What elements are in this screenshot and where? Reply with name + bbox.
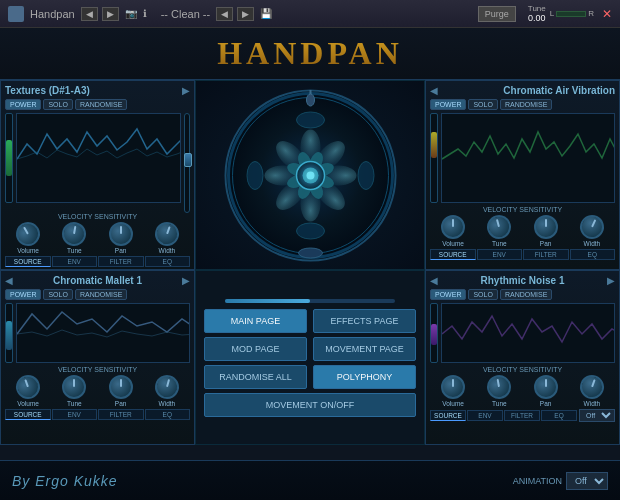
svg-point-29 bbox=[298, 248, 322, 258]
mallet-controls: POWER SOLO RANDOMISE bbox=[5, 289, 190, 300]
air-randomise-btn[interactable]: RANDOMISE bbox=[500, 99, 552, 110]
noise-arrow-right[interactable]: ▶ bbox=[607, 275, 615, 286]
brand-text: By Ergo Kukke bbox=[12, 473, 118, 489]
title-bar: Handpan ◀ ▶ 📷 ℹ -- Clean -- ◀ ▶ 💾 Purge … bbox=[0, 0, 620, 28]
textures-tab-filter[interactable]: FILTER bbox=[98, 256, 144, 267]
air-arrow-left[interactable]: ◀ bbox=[430, 85, 438, 96]
preset-next[interactable]: ▶ bbox=[237, 7, 254, 21]
module-mallet: ◀ Chromatic Mallet 1 ▶ POWER SOLO RANDOM… bbox=[0, 270, 195, 445]
noise-waveform bbox=[442, 304, 614, 362]
progress-bar bbox=[225, 299, 395, 303]
movement-on-off-btn[interactable]: MOVEMENT ON/OFF bbox=[204, 393, 416, 417]
textures-velocity-label: VELOCITY SENSITIVITY bbox=[5, 213, 190, 220]
mallet-tab-filter[interactable]: FILTER bbox=[98, 409, 144, 420]
polyphony-btn[interactable]: POLYPHONY bbox=[313, 365, 416, 389]
noise-off-select[interactable]: Off bbox=[579, 409, 615, 422]
mallet-power-btn[interactable]: POWER bbox=[5, 289, 41, 300]
svg-point-28 bbox=[358, 161, 374, 189]
textures-arrow[interactable]: ▶ bbox=[182, 85, 190, 96]
air-velocity-label: VELOCITY SENSITIVITY bbox=[430, 206, 615, 213]
mallet-waveform bbox=[17, 304, 189, 362]
mallet-tabs: SOURCE ENV FILTER EQ bbox=[5, 409, 190, 420]
textures-solo-btn[interactable]: SOLO bbox=[43, 99, 72, 110]
textures-tab-eq[interactable]: EQ bbox=[145, 256, 191, 267]
air-tab-source[interactable]: SOURCE bbox=[430, 249, 476, 260]
mod-page-btn[interactable]: MOD PAGE bbox=[204, 337, 307, 361]
air-tab-filter[interactable]: FILTER bbox=[523, 249, 569, 260]
title-bar-right: Purge Tune 0.00 L R ✕ bbox=[478, 4, 612, 23]
mallet-tab-env[interactable]: ENV bbox=[52, 409, 98, 420]
air-controls: POWER SOLO RANDOMISE bbox=[430, 99, 615, 110]
center-top bbox=[195, 80, 425, 270]
preset-nav: ◀ ▶ bbox=[216, 7, 254, 21]
textures-slider[interactable] bbox=[184, 113, 190, 213]
main-page-btn[interactable]: MAIN PAGE bbox=[204, 309, 307, 333]
textures-waveform bbox=[17, 114, 180, 202]
mallet-velocity-label: VELOCITY SENSITIVITY bbox=[5, 366, 190, 373]
animation-select[interactable]: Off bbox=[566, 472, 608, 490]
nav-next[interactable]: ▶ bbox=[102, 7, 119, 21]
r-label: R bbox=[588, 9, 594, 18]
noise-title: Rhythmic Noise 1 bbox=[481, 275, 565, 286]
textures-tab-env[interactable]: ENV bbox=[52, 256, 98, 267]
textures-pan-knob: Pan bbox=[109, 222, 133, 254]
preset-prev[interactable]: ◀ bbox=[216, 7, 233, 21]
svg-rect-30 bbox=[442, 114, 614, 202]
save-icon: 💾 bbox=[260, 8, 272, 19]
noise-tab-source[interactable]: SOURCE bbox=[430, 410, 466, 421]
noise-controls: POWER SOLO RANDOMISE bbox=[430, 289, 615, 300]
nav-prev[interactable]: ◀ bbox=[81, 7, 98, 21]
mallet-arrow-left[interactable]: ◀ bbox=[5, 275, 13, 286]
mallet-tab-eq[interactable]: EQ bbox=[145, 409, 191, 420]
page-btns-row-4: MOVEMENT ON/OFF bbox=[204, 393, 416, 417]
l-label: L bbox=[550, 9, 554, 18]
movement-page-btn[interactable]: MOVEMENT PAGE bbox=[313, 337, 416, 361]
module-air-vibration: ◀ Chromatic Air Vibration POWER SOLO RAN… bbox=[425, 80, 620, 270]
preset-name: -- Clean -- bbox=[161, 8, 211, 20]
effects-page-btn[interactable]: EFFECTS PAGE bbox=[313, 309, 416, 333]
header: HANDPAN bbox=[0, 28, 620, 80]
air-tab-env[interactable]: ENV bbox=[477, 249, 523, 260]
mallet-title: Chromatic Mallet 1 bbox=[53, 275, 142, 286]
progress-fill bbox=[225, 299, 310, 303]
air-waveform bbox=[442, 114, 614, 202]
page-btns-row-3: RANDOMISE ALL POLYPHONY bbox=[204, 365, 416, 389]
instrument-name: Handpan bbox=[30, 8, 75, 20]
air-solo-btn[interactable]: SOLO bbox=[468, 99, 497, 110]
purge-button[interactable]: Purge bbox=[478, 6, 516, 22]
textures-tune-knob: Tune bbox=[62, 222, 86, 254]
mallet-arrow-right[interactable]: ▶ bbox=[182, 275, 190, 286]
tune-value: 0.00 bbox=[528, 13, 546, 23]
air-tab-eq[interactable]: EQ bbox=[570, 249, 616, 260]
lr-bar: L R bbox=[550, 9, 594, 18]
close-button[interactable]: ✕ bbox=[602, 7, 612, 21]
air-header: ◀ Chromatic Air Vibration bbox=[430, 85, 615, 96]
mallet-tab-source[interactable]: SOURCE bbox=[5, 409, 51, 420]
noise-tab-filter[interactable]: FILTER bbox=[504, 410, 540, 421]
camera-icon: 📷 bbox=[125, 8, 137, 19]
noise-header: ◀ Rhythmic Noise 1 ▶ bbox=[430, 275, 615, 286]
noise-arrow-left[interactable]: ◀ bbox=[430, 275, 438, 286]
svg-point-25 bbox=[296, 112, 324, 128]
handpan-visual bbox=[223, 88, 398, 263]
noise-tab-env[interactable]: ENV bbox=[467, 410, 503, 421]
textures-volume-knob: Volume bbox=[16, 222, 40, 254]
textures-tab-source[interactable]: SOURCE bbox=[5, 256, 51, 267]
svg-point-27 bbox=[247, 161, 263, 189]
noise-power-btn[interactable]: POWER bbox=[430, 289, 466, 300]
main-area: Textures (D#1-A3) ▶ POWER SOLO RANDOMISE bbox=[0, 80, 620, 460]
mallet-solo-btn[interactable]: SOLO bbox=[43, 289, 72, 300]
module-rhythmic-noise: ◀ Rhythmic Noise 1 ▶ POWER SOLO RANDOMIS… bbox=[425, 270, 620, 445]
noise-randomise-btn[interactable]: RANDOMISE bbox=[500, 289, 552, 300]
textures-controls: POWER SOLO RANDOMISE bbox=[5, 99, 190, 110]
noise-solo-btn[interactable]: SOLO bbox=[468, 289, 497, 300]
randomise-all-btn[interactable]: RANDOMISE ALL bbox=[204, 365, 307, 389]
svg-point-24 bbox=[306, 171, 314, 179]
animation-control: ANIMATION Off bbox=[513, 472, 608, 490]
mallet-randomise-btn[interactable]: RANDOMISE bbox=[75, 289, 127, 300]
noise-tab-eq[interactable]: EQ bbox=[541, 410, 577, 421]
air-power-btn[interactable]: POWER bbox=[430, 99, 466, 110]
textures-power-btn[interactable]: POWER bbox=[5, 99, 41, 110]
instrument-icon bbox=[8, 6, 24, 22]
textures-randomise-btn[interactable]: RANDOMISE bbox=[75, 99, 127, 110]
